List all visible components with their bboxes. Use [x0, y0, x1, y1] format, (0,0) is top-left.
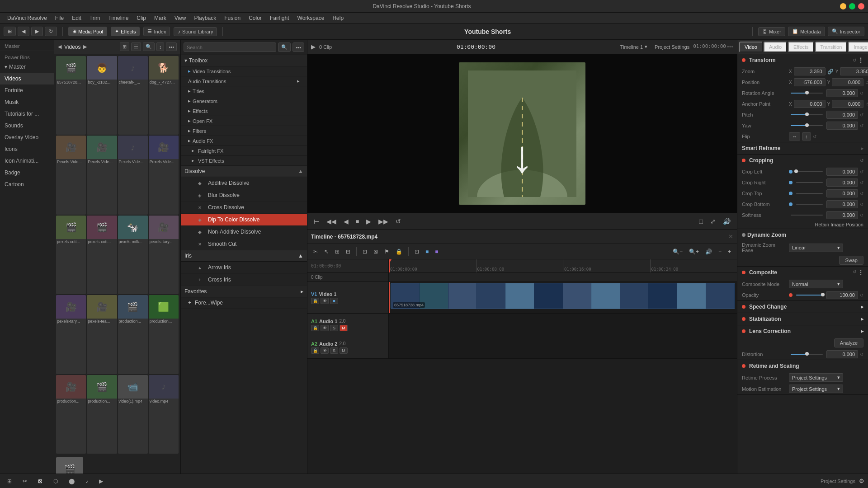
media-thumb-2[interactable]: 👦 boy_-2182...	[87, 56, 117, 135]
dissolve-section-header[interactable]: Dissolve ▲	[181, 166, 307, 177]
menu-view[interactable]: View	[171, 14, 190, 22]
media-thumb-3[interactable]: ♪ cheetah-_...	[118, 56, 148, 135]
composite-reset[interactable]: ↺	[853, 269, 856, 276]
tl-color2[interactable]: ■	[433, 247, 440, 256]
zoom-link-btn[interactable]: 🔗	[827, 69, 834, 75]
index-button[interactable]: ☰ Index	[143, 27, 170, 36]
tl-select-tool[interactable]: ↖	[322, 247, 331, 256]
position-x-value[interactable]: -576.000	[794, 78, 826, 86]
transform-header[interactable]: Transform ↺ ⋮	[737, 54, 868, 66]
toolbar-nav-fwd[interactable]: ▶	[31, 27, 43, 36]
bottom-edit-btn[interactable]: ⊠	[34, 476, 46, 486]
crop-left-value[interactable]: 0.000	[826, 168, 858, 176]
anchor-x-value[interactable]: 0.000	[794, 100, 826, 108]
tl-flag[interactable]: ⚑	[382, 247, 392, 256]
sound-library-button[interactable]: ♪ Sound Library	[174, 27, 217, 36]
crop-top-slider[interactable]	[796, 193, 823, 194]
generators-header[interactable]: ▸ Generators	[181, 96, 307, 106]
flip-h-btn[interactable]: ↔	[789, 132, 800, 141]
tl-audio-meter[interactable]: 🔊	[703, 247, 714, 256]
tl-color[interactable]: ■	[423, 247, 431, 256]
tl-zoom-in[interactable]: 🔍+	[687, 247, 701, 256]
pitch-value[interactable]: 0.000	[826, 111, 858, 119]
zoom-x-value[interactable]: 3.350	[794, 67, 826, 75]
inspector-tab-audio[interactable]: Audio	[764, 42, 787, 52]
cross-dissolve-item[interactable]: ✕ Cross Dissolve	[181, 202, 307, 214]
rotation-reset[interactable]: ↺	[860, 91, 863, 96]
preview-stop[interactable]: ■	[353, 217, 362, 226]
a1-s[interactable]: S	[330, 325, 338, 331]
video-transitions-header[interactable]: ▸ Video Transitions	[181, 66, 307, 76]
flip-v-btn[interactable]: ↕	[802, 132, 811, 141]
opacity-reset[interactable]: ↺	[860, 293, 863, 298]
tl-zoom-out[interactable]: 🔍−	[670, 247, 685, 256]
media-more[interactable]: •••	[166, 42, 177, 51]
dissolve-collapse[interactable]: ▲	[298, 168, 303, 174]
menu-file[interactable]: File	[52, 14, 67, 22]
media-thumb-7[interactable]: ♪ Pexels Vide...	[118, 136, 148, 214]
sidebar-tutorials[interactable]: Tutorials for ...	[0, 108, 54, 120]
media-search[interactable]: 🔍	[143, 42, 155, 51]
timeline-dropdown[interactable]: ▾	[645, 44, 647, 50]
retime-process-dropdown[interactable]: Project Settings ▾	[789, 373, 843, 382]
menu-workspace[interactable]: Workspace	[294, 14, 328, 22]
a1-eye[interactable]: 👁	[321, 325, 329, 331]
media-list-view[interactable]: ☰	[131, 42, 141, 51]
sidebar-icons[interactable]: Icons	[0, 143, 54, 155]
bottom-deliver-btn[interactable]: ▶	[95, 476, 107, 486]
preview-header-more[interactable]: •••	[727, 43, 733, 50]
toolbox-header[interactable]: ▾ Toolbox	[181, 55, 307, 66]
tl-snap[interactable]: ⊡	[360, 247, 369, 256]
media-thumb-16[interactable]: 🟩 production...	[149, 295, 179, 374]
bottom-media-pool-btn[interactable]: ⊞	[4, 476, 15, 486]
additive-dissolve-item[interactable]: ◆ Additive Dissolve	[181, 177, 307, 189]
anchor-reset[interactable]: ↺	[865, 102, 868, 107]
close-button[interactable]	[858, 3, 864, 9]
media-thumb-14[interactable]: 🎥 pexels-tea...	[87, 295, 117, 374]
a1-content[interactable]	[389, 314, 737, 336]
motion-estimation-dropdown[interactable]: Project Settings ▾	[789, 385, 843, 393]
cross-iris-item[interactable]: + Cross Iris	[181, 274, 307, 286]
softness-reset[interactable]: ↺	[860, 213, 863, 218]
a2-eye[interactable]: 👁	[321, 347, 329, 354]
analyze-btn[interactable]: Analyze	[834, 338, 863, 347]
sidebar-musik[interactable]: Musik	[0, 96, 54, 108]
sidebar-fortnite[interactable]: Fortnite	[0, 84, 54, 96]
menu-davinci[interactable]: DaVinci Resolve	[4, 14, 51, 22]
stabilization-header[interactable]: Stabilization ▸	[737, 313, 868, 325]
bottom-color-btn[interactable]: ⬤	[65, 476, 78, 486]
tl-razor-tool[interactable]: ⊟	[344, 247, 353, 256]
menu-help[interactable]: Help	[329, 14, 347, 22]
lens-correction-header[interactable]: Lens Correction ▸	[737, 325, 868, 337]
toolbar-nav-refresh[interactable]: ↻	[45, 27, 57, 36]
pitch-slider[interactable]	[791, 114, 823, 115]
sidebar-icon-animati[interactable]: Icon Animati...	[0, 155, 54, 167]
crop-top-reset[interactable]: ↺	[860, 191, 863, 196]
titles-header[interactable]: ▸ Titles	[181, 86, 307, 96]
media-grid-view[interactable]: ⊞	[120, 42, 129, 51]
dip-to-color-dissolve-item[interactable]: ◈ Dip To Color Dissolve	[181, 214, 307, 226]
inspector-tab-effects[interactable]: Effects	[788, 42, 814, 52]
inspector-tab-transition[interactable]: Transition	[815, 42, 848, 52]
media-thumb-11[interactable]: 🐄 pexels-milk...	[118, 216, 148, 294]
bottom-settings-btn[interactable]: ⚙	[859, 478, 864, 484]
dz-swap-btn[interactable]: Swap	[839, 256, 863, 265]
stabilization-arrow[interactable]: ▸	[861, 316, 863, 322]
sidebar-sounds[interactable]: Sounds	[0, 120, 54, 131]
video-color-btn[interactable]: ■	[330, 298, 338, 304]
media-thumb-15[interactable]: 🎬 production...	[118, 295, 148, 374]
sidebar-badge[interactable]: Badge	[0, 167, 54, 178]
media-thumb-4[interactable]: 🐕 dog_-_4727...	[149, 56, 179, 135]
timeline-collapse-btn[interactable]: ✕	[728, 233, 733, 240]
a1-m[interactable]: M	[340, 325, 348, 331]
transform-reset[interactable]: ↺	[853, 58, 856, 63]
menu-playback[interactable]: Playback	[190, 14, 220, 22]
softness-slider[interactable]	[791, 215, 823, 216]
speed-change-arrow[interactable]: ▸	[861, 304, 863, 310]
maximize-button[interactable]	[849, 3, 855, 9]
tl-trim-tool[interactable]: ⊞	[333, 247, 342, 256]
bottom-fairlight-btn[interactable]: ♪	[82, 476, 92, 486]
video-clip-main[interactable]: 657518728.mp4	[391, 283, 735, 309]
media-thumb-20[interactable]: ♪ video.mp4	[149, 375, 179, 454]
distortion-slider[interactable]	[791, 354, 823, 355]
